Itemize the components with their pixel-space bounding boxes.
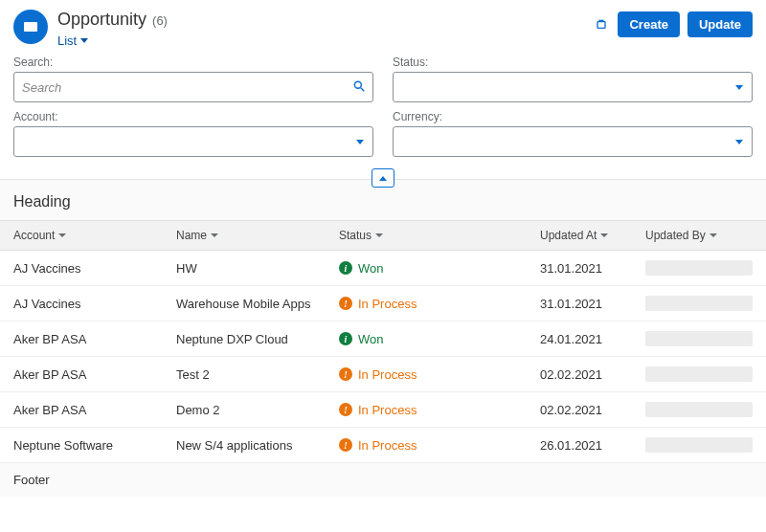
cell-status: !In Process	[339, 403, 511, 417]
create-button[interactable]: Create	[618, 11, 679, 37]
status-text: In Process	[358, 367, 417, 382]
status-label: Status:	[393, 55, 753, 69]
cell-name: Test 2	[176, 367, 339, 382]
cell-updated-by	[645, 331, 753, 346]
cell-updated-by	[645, 437, 753, 453]
filter-bar: Search: Status: Account: Currency:	[0, 55, 766, 166]
table-row[interactable]: Aker BP ASANeptune DXP CloudiWon24.01.20…	[0, 321, 766, 357]
chevron-down-icon	[600, 233, 608, 237]
placeholder	[645, 260, 753, 276]
column-account[interactable]: Account	[13, 229, 176, 242]
cell-updated-by	[645, 366, 753, 382]
currency-label: Currency:	[393, 110, 753, 123]
status-text: In Process	[358, 297, 417, 311]
cell-updated-at: 02.02.2021	[511, 403, 645, 417]
placeholder	[645, 331, 753, 346]
status-select[interactable]	[393, 72, 753, 102]
chevron-down-icon	[710, 233, 717, 237]
table-row[interactable]: Aker BP ASADemo 2!In Process02.02.2021	[0, 392, 766, 428]
collapse-bar	[0, 166, 766, 180]
cell-name: New S/4 applications	[176, 438, 339, 453]
update-button[interactable]: Update	[687, 11, 753, 37]
cell-updated-at: 02.02.2021	[511, 367, 645, 382]
cell-status: !In Process	[339, 297, 511, 311]
collapse-filters-button[interactable]	[372, 168, 394, 188]
column-status[interactable]: Status	[339, 229, 511, 242]
placeholder	[645, 437, 753, 453]
warning-icon: !	[339, 403, 352, 416]
cell-updated-at: 31.01.2021	[511, 297, 645, 311]
table-row[interactable]: AJ VaccinesWarehouse Mobile Apps!In Proc…	[0, 286, 766, 321]
warning-icon: !	[339, 367, 352, 381]
view-selector[interactable]: List	[57, 33, 88, 48]
cell-account: Neptune Software	[13, 438, 176, 453]
warning-icon: !	[339, 438, 352, 452]
svg-rect-0	[597, 21, 605, 28]
currency-field: Currency:	[393, 110, 753, 157]
app-icon	[13, 10, 48, 44]
chevron-down-icon	[80, 38, 88, 43]
chevron-down-icon	[211, 233, 218, 237]
cell-updated-at: 24.01.2021	[511, 332, 645, 346]
cell-status: !In Process	[339, 438, 511, 453]
status-text: In Process	[358, 403, 417, 417]
search-field: Search:	[13, 55, 373, 102]
account-select[interactable]	[13, 126, 373, 157]
view-label: List	[57, 33, 77, 48]
variant-icon[interactable]	[593, 16, 610, 33]
account-label: Account:	[13, 110, 373, 123]
info-icon: i	[339, 332, 352, 345]
cell-name: Neptune DXP Cloud	[176, 332, 339, 346]
cell-updated-at: 31.01.2021	[511, 261, 645, 276]
header-actions: Create Update	[593, 10, 753, 37]
chevron-up-icon	[379, 176, 387, 181]
status-field: Status:	[393, 55, 753, 102]
cell-name: HW	[176, 261, 339, 276]
column-updated-by[interactable]: Updated By	[645, 229, 753, 242]
placeholder	[645, 402, 753, 417]
cell-updated-at: 26.01.2021	[511, 438, 645, 453]
title-block: Opportunity (6) List	[57, 10, 583, 48]
cell-account: Aker BP ASA	[13, 332, 176, 346]
cell-updated-by	[645, 260, 753, 276]
chevron-down-icon	[375, 233, 383, 237]
account-field: Account:	[13, 110, 373, 157]
cell-status: iWon	[339, 261, 511, 276]
cell-status: !In Process	[339, 367, 511, 382]
info-icon: i	[339, 261, 352, 275]
cell-updated-by	[645, 402, 753, 417]
status-text: Won	[358, 332, 384, 346]
search-input[interactable]	[13, 72, 373, 102]
cell-name: Demo 2	[176, 403, 339, 417]
column-name[interactable]: Name	[176, 229, 339, 242]
cell-updated-by	[645, 296, 753, 311]
cell-account: Aker BP ASA	[13, 367, 176, 382]
search-label: Search:	[13, 55, 373, 69]
cell-status: iWon	[339, 332, 511, 346]
table-row[interactable]: Aker BP ASATest 2!In Process02.02.2021	[0, 357, 766, 392]
page-title: Opportunity	[57, 10, 146, 30]
column-updated-at[interactable]: Updated At	[511, 229, 645, 242]
cell-account: AJ Vaccines	[13, 297, 176, 311]
cell-account: Aker BP ASA	[13, 403, 176, 417]
placeholder	[645, 296, 753, 311]
warning-icon: !	[339, 297, 352, 310]
currency-select[interactable]	[393, 126, 753, 157]
chevron-down-icon	[58, 233, 66, 237]
cell-name: Warehouse Mobile Apps	[176, 297, 339, 311]
opportunity-icon	[24, 22, 37, 32]
status-text: In Process	[358, 438, 417, 453]
placeholder	[645, 366, 753, 382]
status-text: Won	[358, 261, 384, 276]
page-header: Opportunity (6) List Create Update	[0, 0, 766, 55]
table-row[interactable]: Neptune SoftwareNew S/4 applications!In …	[0, 428, 766, 463]
table-body: AJ VaccinesHWiWon31.01.2021AJ VaccinesWa…	[0, 251, 766, 463]
table-header: Account Name Status Updated At Updated B…	[0, 220, 766, 251]
cell-account: AJ Vaccines	[13, 261, 176, 276]
table-footer: Footer	[0, 463, 766, 497]
page-count: (6)	[152, 13, 168, 28]
table-row[interactable]: AJ VaccinesHWiWon31.01.2021	[0, 251, 766, 286]
